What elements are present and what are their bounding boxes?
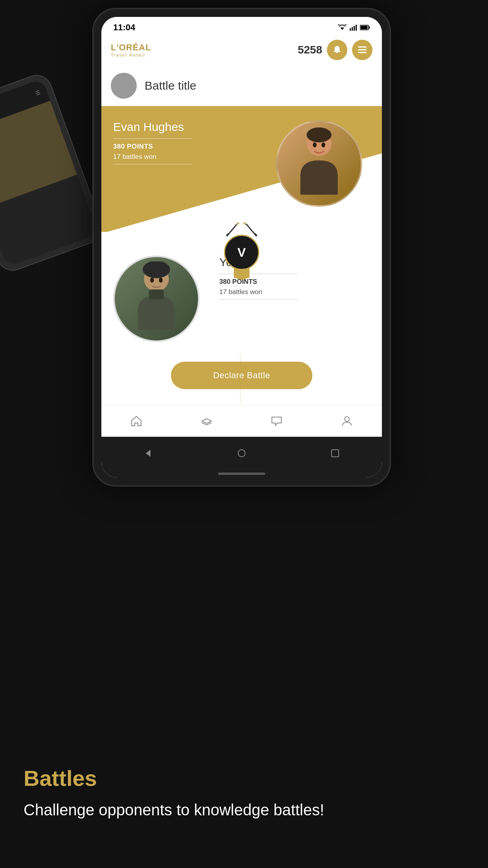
android-home-icon bbox=[237, 449, 246, 458]
svg-point-22 bbox=[143, 261, 170, 278]
sword-left-icon bbox=[225, 222, 241, 238]
you-photo-wrapper bbox=[113, 256, 207, 342]
svg-rect-9 bbox=[358, 49, 367, 50]
svg-rect-29 bbox=[332, 450, 339, 457]
nav-layers-button[interactable] bbox=[198, 412, 215, 430]
opponent-battles: 17 battles won bbox=[113, 153, 276, 161]
svg-point-24 bbox=[150, 278, 154, 283]
svg-rect-7 bbox=[361, 26, 368, 29]
opponent-points: 380 POINTS bbox=[113, 143, 276, 151]
sword-right-icon bbox=[242, 222, 258, 238]
declare-button-wrapper: Declare Battle bbox=[101, 354, 382, 401]
svg-marker-27 bbox=[146, 450, 150, 457]
svg-marker-0 bbox=[340, 28, 344, 30]
menu-button[interactable] bbox=[352, 40, 372, 60]
opponent-name: Evan Hughes bbox=[113, 120, 276, 134]
signal-icon bbox=[350, 24, 357, 31]
android-home-button[interactable] bbox=[233, 445, 250, 462]
battles-heading: Battles bbox=[24, 765, 464, 791]
opponent-photo-wrapper bbox=[276, 120, 370, 232]
opponent-info: Evan Hughes 380 POINTS 17 battles won bbox=[113, 120, 276, 232]
svg-rect-8 bbox=[358, 46, 367, 48]
status-icons bbox=[338, 24, 370, 31]
svg-rect-1 bbox=[350, 28, 351, 31]
phone-screen: 11:04 bbox=[101, 17, 382, 478]
loreal-logo: L'ORÉAL Travel Retail bbox=[111, 42, 151, 57]
vs-circle: V bbox=[224, 235, 259, 270]
svg-point-12 bbox=[306, 127, 331, 142]
android-nav-bar bbox=[101, 437, 382, 470]
opponent-divider1 bbox=[113, 138, 192, 139]
svg-rect-3 bbox=[354, 26, 355, 31]
svg-rect-2 bbox=[352, 27, 353, 31]
bottom-pill-bar bbox=[101, 470, 382, 478]
android-recents-button[interactable] bbox=[327, 445, 344, 462]
status-time: 11:04 bbox=[113, 22, 135, 33]
bg-menu-icon: ☰ bbox=[35, 89, 42, 96]
swords-decoration bbox=[225, 222, 258, 238]
notification-button[interactable] bbox=[327, 40, 347, 60]
battle-title: Battle title bbox=[145, 79, 196, 92]
android-back-button[interactable] bbox=[139, 445, 157, 462]
opponent-avatar-image bbox=[282, 126, 356, 201]
back-icon bbox=[143, 449, 153, 458]
phone-frame: 11:04 bbox=[92, 8, 391, 487]
battle-title-row: Battle title bbox=[101, 66, 382, 106]
status-bar: 11:04 bbox=[101, 17, 382, 37]
you-avatar-image bbox=[119, 261, 194, 336]
nav-profile-button[interactable] bbox=[338, 412, 356, 430]
nav-chat-button[interactable] bbox=[268, 412, 285, 430]
opponent-photo bbox=[276, 120, 362, 207]
wifi-icon bbox=[338, 24, 347, 31]
svg-point-13 bbox=[313, 142, 317, 147]
home-icon bbox=[130, 415, 142, 427]
svg-point-26 bbox=[345, 417, 349, 421]
vs-letter: V bbox=[237, 245, 246, 260]
nav-home-button[interactable] bbox=[128, 412, 145, 430]
svg-point-28 bbox=[238, 450, 245, 457]
header-right: 5258 bbox=[298, 40, 372, 60]
battles-description: Challenge opponents to knowledge battles… bbox=[24, 799, 464, 821]
brand-subtitle: Travel Retail bbox=[111, 53, 151, 57]
battle-top-section: Evan Hughes 380 POINTS 17 battles won bbox=[101, 106, 382, 232]
you-photo bbox=[113, 256, 200, 342]
svg-rect-10 bbox=[358, 52, 367, 53]
app-header: L'ORÉAL Travel Retail 5258 bbox=[101, 37, 382, 66]
declare-battle-button[interactable]: Declare Battle bbox=[171, 362, 312, 389]
brand-name: L'ORÉAL bbox=[111, 42, 151, 53]
bottom-section: Battles Challenge opponents to knowledge… bbox=[24, 765, 464, 821]
bottom-navigation bbox=[101, 405, 382, 437]
vs-badge: V bbox=[224, 222, 259, 280]
home-indicator bbox=[218, 473, 265, 475]
profile-icon bbox=[341, 415, 353, 427]
svg-rect-6 bbox=[369, 26, 370, 29]
svg-rect-4 bbox=[356, 25, 357, 31]
bell-icon bbox=[333, 45, 341, 55]
svg-rect-23 bbox=[149, 289, 164, 299]
battle-content: Evan Hughes 380 POINTS 17 battles won bbox=[101, 106, 382, 405]
you-battles: 17 battles won bbox=[219, 288, 370, 296]
battery-icon bbox=[360, 25, 370, 30]
battle-avatar bbox=[111, 73, 137, 99]
svg-point-14 bbox=[321, 142, 325, 147]
you-divider2 bbox=[219, 299, 298, 300]
hamburger-icon bbox=[358, 46, 367, 53]
opponent-divider2 bbox=[113, 164, 192, 164]
recents-icon bbox=[330, 449, 340, 458]
phone-wrapper: 11:04 bbox=[63, 8, 420, 487]
chat-icon bbox=[271, 415, 283, 427]
points-display: 5258 bbox=[298, 44, 322, 56]
svg-point-25 bbox=[159, 278, 163, 283]
layers-icon bbox=[201, 415, 213, 427]
